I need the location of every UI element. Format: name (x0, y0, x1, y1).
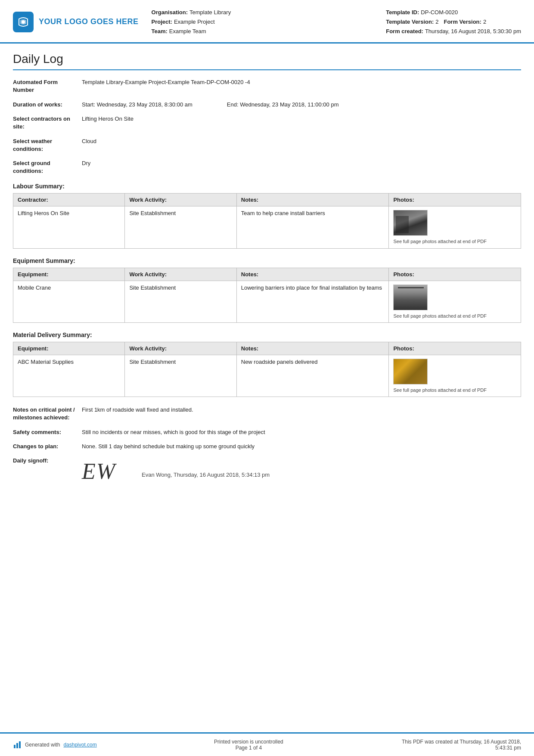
project-label: Project: (152, 17, 172, 27)
equipment-summary-table: Equipment: Work Activity: Notes: Photos:… (13, 268, 521, 323)
signature: EW (82, 460, 116, 483)
project-value: Example Project (174, 17, 215, 27)
table-row: Lifting Heros On Site Site Establishment… (13, 206, 521, 248)
equip-activity-cell: Site Establishment (125, 281, 236, 322)
changes-label: Changes to plan: (13, 442, 82, 450)
changes-value: None. Still 1 day behind schedule but ma… (82, 442, 521, 451)
material-summary-table: Equipment: Work Activity: Notes: Photos:… (13, 342, 521, 397)
equip-col-equipment: Equipment: (13, 268, 125, 281)
automated-form-number-value: Template Library-Example Project-Example… (82, 78, 521, 87)
safety-comments-row: Safety comments: Still no incidents or n… (13, 428, 521, 437)
photo-caption: See full page photos attached at end of … (393, 238, 486, 244)
footer-dashpivot-link[interactable]: dashpivot.com (63, 742, 96, 748)
footer-generated-text: Generated with (25, 742, 60, 748)
logo-icon (13, 12, 34, 32)
mat-col-photos: Photos: (389, 342, 521, 355)
photo-cell: See full page photos attached at end of … (393, 284, 516, 319)
svg-rect-2 (16, 743, 18, 748)
mat-col-equipment: Equipment: (13, 342, 125, 355)
labour-contractor-cell: Lifting Heros On Site (13, 206, 125, 248)
footer-page-label: Page 1 of 4 (214, 745, 283, 751)
footer-pdf-created-date: Thursday, 16 August 2018, 5:43:31 pm (459, 739, 521, 751)
table-row: ABC Material Supplies Site Establishment… (13, 355, 521, 397)
contractors-value: Lifting Heros On Site (82, 115, 521, 123)
mat-notes-cell: New roadside panels delivered (236, 355, 389, 397)
header-meta-center: Organisation: Template Library Project: … (152, 8, 378, 36)
labour-summary-heading: Labour Summary: (13, 183, 521, 190)
signoff-name: Evan Wong, Thursday, 16 August 2018, 5:3… (142, 459, 270, 478)
labour-photos-cell: See full page photos attached at end of … (389, 206, 521, 248)
signoff-label: Daily signoff: (13, 457, 82, 464)
critical-notes-row: Notes on critical point / milestones ach… (13, 406, 521, 422)
logo-text: YOUR LOGO GOES HERE (39, 17, 139, 27)
template-version-label: Template Version: (386, 17, 434, 27)
mat-photos-cell: See full page photos attached at end of … (389, 355, 521, 397)
team-label: Team: (152, 27, 168, 36)
equip-photos-cell: See full page photos attached at end of … (389, 281, 521, 322)
footer-printed-version: Printed version is uncontrolled (214, 739, 283, 745)
duration-start: Start: Wednesday, 23 May 2018, 8:30:00 a… (82, 100, 192, 109)
template-id-label: Template ID: (386, 8, 419, 17)
labour-col-photos: Photos: (389, 194, 521, 206)
svg-rect-3 (19, 741, 21, 748)
labour-activity-cell: Site Establishment (125, 206, 236, 248)
photo-thumbnail (393, 359, 428, 384)
ground-value: Dry (82, 159, 521, 168)
footer-left: Generated with dashpivot.com (13, 740, 97, 749)
photo-thumbnail (393, 210, 428, 236)
dashpivot-logo-icon (13, 740, 22, 749)
form-version-label: Form Version: (444, 17, 481, 27)
labour-col-activity: Work Activity: (125, 194, 236, 206)
photo-thumbnail (393, 284, 428, 310)
template-id-value: DP-COM-0020 (421, 8, 458, 17)
photo-caption: See full page photos attached at end of … (393, 387, 486, 393)
main-content: Daily Log Automated Form Number Template… (0, 44, 534, 615)
material-summary-heading: Material Delivery Summary: (13, 331, 521, 338)
org-label: Organisation: (152, 8, 188, 17)
footer-pdf-created-text: This PDF was created at (402, 739, 458, 745)
weather-label: Select weather conditions: (13, 137, 82, 153)
equipment-summary-heading: Equipment Summary: (13, 257, 521, 264)
automated-form-number-row: Automated Form Number Template Library-E… (13, 78, 521, 94)
labour-col-notes: Notes: (236, 194, 389, 206)
photo-cell: See full page photos attached at end of … (393, 359, 516, 393)
form-created-value: Thursday, 16 August 2018, 5:30:30 pm (425, 27, 521, 36)
critical-notes-label: Notes on critical point / milestones ach… (13, 406, 82, 422)
template-version-value: 2 (435, 17, 438, 27)
equip-equipment-cell: Mobile Crane (13, 281, 125, 322)
team-value: Example Team (169, 27, 206, 36)
changes-row: Changes to plan: None. Still 1 day behin… (13, 442, 521, 451)
page-footer: Generated with dashpivot.com Printed ver… (0, 732, 534, 756)
duration-value: Start: Wednesday, 23 May 2018, 8:30:00 a… (82, 100, 521, 109)
labour-notes-cell: Team to help crane install barriers (236, 206, 389, 248)
form-title: Daily Log (13, 52, 521, 70)
notes-section: Notes on critical point / milestones ach… (13, 406, 521, 450)
duration-label: Duration of works: (13, 100, 82, 109)
signoff-content: EW Evan Wong, Thursday, 16 August 2018, … (82, 457, 270, 484)
table-row: Mobile Crane Site Establishment Lowering… (13, 281, 521, 322)
automated-form-number-label: Automated Form Number (13, 78, 82, 94)
equip-col-notes: Notes: (236, 268, 389, 281)
mat-equipment-cell: ABC Material Supplies (13, 355, 125, 397)
mat-col-activity: Work Activity: (125, 342, 236, 355)
footer-logo (13, 740, 22, 749)
ground-row: Select ground conditions: Dry (13, 159, 521, 175)
equip-notes-cell: Lowering barriers into place for final i… (236, 281, 389, 322)
form-version-value: 2 (483, 17, 486, 27)
duration-end: End: Wednesday, 23 May 2018, 11:00:00 pm (227, 100, 339, 109)
contractors-row: Select contractors on site: Lifting Hero… (13, 115, 521, 131)
header-meta-right: Template ID: DP-COM-0020 Template Versio… (377, 8, 521, 36)
labour-col-contractor: Contractor: (13, 194, 125, 206)
safety-comments-label: Safety comments: (13, 428, 82, 436)
footer-center: Printed version is uncontrolled Page 1 o… (214, 739, 283, 751)
weather-value: Cloud (82, 137, 521, 146)
ground-label: Select ground conditions: (13, 159, 82, 175)
duration-row: Duration of works: Start: Wednesday, 23 … (13, 100, 521, 109)
equip-col-activity: Work Activity: (125, 268, 236, 281)
equip-col-photos: Photos: (389, 268, 521, 281)
svg-rect-1 (14, 745, 16, 748)
logo-section: YOUR LOGO GOES HERE (13, 8, 139, 36)
photo-caption: See full page photos attached at end of … (393, 313, 486, 319)
page-header: YOUR LOGO GOES HERE Organisation: Templa… (0, 0, 534, 44)
weather-row: Select weather conditions: Cloud (13, 137, 521, 153)
